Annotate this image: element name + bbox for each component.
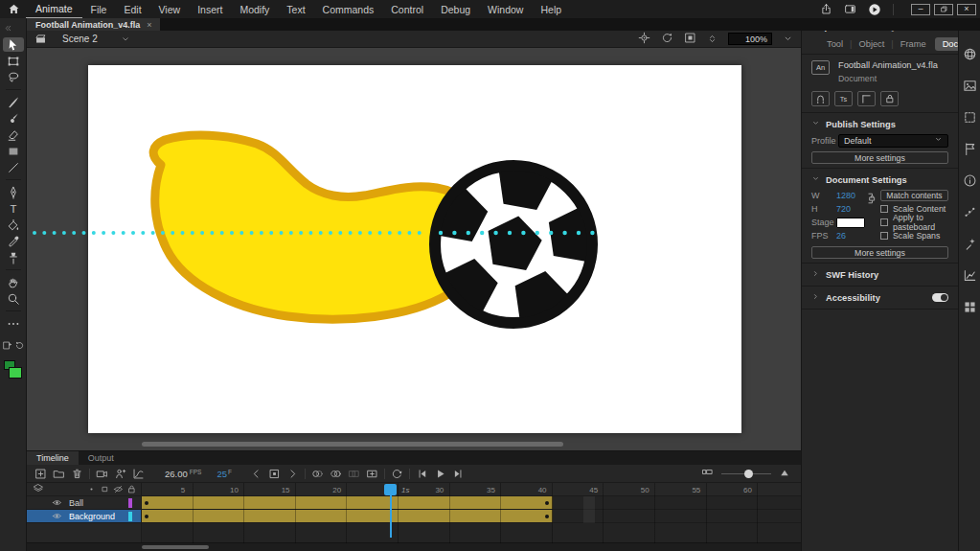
scene-panel-icon[interactable] [959,133,980,165]
clip-content-icon[interactable] [684,31,696,48]
zoom-level-input[interactable]: 100% [728,33,772,45]
frame-span[interactable] [142,510,553,522]
menu-debug[interactable]: Debug [432,4,479,15]
timeline-ruler[interactable]: 1s 51015202530354045505560 [142,483,801,496]
line-tool[interactable] [3,160,24,174]
zoom-tool[interactable] [3,291,24,306]
fluid-brush-tool[interactable] [3,95,24,109]
playhead[interactable] [384,484,397,495]
history-panel-icon[interactable] [959,260,980,291]
menu-animate[interactable]: Animate [26,1,82,18]
canvas-area[interactable] [27,48,801,450]
publish-settings-header[interactable]: Publish Settings [802,113,958,133]
clipboard-icon[interactable] [2,337,12,355]
scale-content-checkbox[interactable] [880,205,888,213]
frames-area[interactable]: 1s 51015202530354045505560 [142,483,801,543]
new-folder-button[interactable] [50,466,68,481]
next-keyframe-button[interactable] [284,466,302,481]
menu-modify[interactable]: Modify [231,4,278,15]
insert-frame-button[interactable] [363,466,381,481]
layer-color-swatch[interactable] [128,512,132,521]
height-value[interactable]: 720 [836,204,851,214]
timeline-tab-output[interactable]: Output [79,451,124,465]
layer-name[interactable]: Background [69,512,115,521]
mode-tab-object[interactable]: Object [858,39,884,49]
menu-commands[interactable]: Commands [314,4,383,15]
layer-row-background[interactable]: Background [27,510,141,523]
step-back-button[interactable] [413,466,431,481]
step-forward-button[interactable] [449,466,467,481]
menu-view[interactable]: View [150,4,190,15]
keyframe-dot[interactable] [145,515,148,518]
frame-span[interactable] [142,496,553,509]
scene-breadcrumb[interactable]: Scene 2 [62,34,98,44]
center-stage-icon[interactable] [638,31,650,48]
edit-multiple-frames-button[interactable] [345,466,363,481]
lock-layers-icon[interactable] [126,481,137,498]
canvas-horizontal-scrollbar[interactable] [142,442,563,447]
asset-warp-tool[interactable] [3,250,24,264]
timeline-zoom-slider[interactable] [721,470,771,478]
frame-row-background[interactable] [142,510,801,523]
eyedropper-tool[interactable] [3,234,24,248]
snap-to-grid-button[interactable] [857,91,876,106]
layer-row-ball[interactable]: Ball [27,496,141,510]
profile-select[interactable]: Default [838,134,948,148]
chevron-down-icon[interactable] [121,34,130,44]
current-frame-value[interactable]: 25 [217,469,227,479]
edit-toolbar-button[interactable] [3,316,24,331]
minimize-button[interactable]: – [911,4,930,15]
timeline-tab-timeline[interactable]: Timeline [27,451,79,465]
document-tab[interactable]: Football Animation_v4.fla × [27,18,160,31]
mode-tab-tool[interactable]: Tool [827,39,843,49]
onion-skin-button[interactable] [308,466,327,481]
zoom-stepper-icon[interactable] [707,31,718,48]
delete-layer-button[interactable] [68,466,86,481]
frame-picker-panel-icon[interactable] [959,70,980,102]
add-camera-button[interactable] [93,466,111,481]
restore-button[interactable] [934,4,953,15]
match-contents-button[interactable]: Match contents [880,190,948,201]
fps-value[interactable]: 26 [836,231,846,241]
timeline-scrollbar[interactable] [27,542,801,551]
loop-button[interactable] [388,466,406,481]
info-panel-icon[interactable] [959,165,980,196]
mode-tab-frame[interactable]: Frame [900,39,926,49]
classic-brush-tool[interactable] [3,111,24,126]
rectangle-tool[interactable] [3,144,24,158]
highlight-layers-icon[interactable] [86,481,97,498]
lasso-tool[interactable] [3,70,24,84]
menu-help[interactable]: Help [532,4,570,15]
snap-to-objects-button[interactable]: Ts [834,91,853,106]
share-icon[interactable] [820,3,832,15]
eye-icon[interactable] [52,497,62,508]
collapse-tools-icon[interactable] [4,19,12,36]
link-dimensions-icon[interactable] [865,192,878,207]
document-settings-header[interactable]: Document Settings [802,169,958,189]
graph-editor-button[interactable] [129,466,148,481]
enlarge-frames-icon[interactable] [779,465,790,482]
menu-window[interactable]: Window [479,4,532,15]
redo-icon[interactable] [14,337,25,355]
document-more-settings-button[interactable]: More settings [811,246,948,259]
fill-color-swatch[interactable] [9,367,22,379]
eye-icon[interactable] [52,511,62,521]
hand-tool[interactable] [3,275,24,289]
accessibility-header[interactable]: Accessibility [802,287,958,309]
outline-layers-icon[interactable] [100,481,110,498]
publish-more-settings-button[interactable]: More settings [811,151,948,164]
accessibility-toggle[interactable] [932,293,948,302]
onion-skin-outlines-button[interactable] [327,466,345,481]
menu-control[interactable]: Control [382,4,432,15]
show-parenting-button[interactable] [111,466,129,481]
close-tab-icon[interactable]: × [147,20,151,30]
asset-warp-panel-icon[interactable] [959,228,980,260]
timeline-scrollbar-thumb[interactable] [142,545,209,549]
shorten-frames-icon[interactable] [701,465,714,482]
eraser-tool[interactable] [3,127,24,142]
layer-name[interactable]: Ball [69,498,83,508]
cc-libraries-panel-icon[interactable] [959,38,980,70]
home-icon[interactable] [8,3,20,15]
text-tool[interactable]: T [3,201,24,216]
previous-keyframe-button[interactable] [247,466,265,481]
